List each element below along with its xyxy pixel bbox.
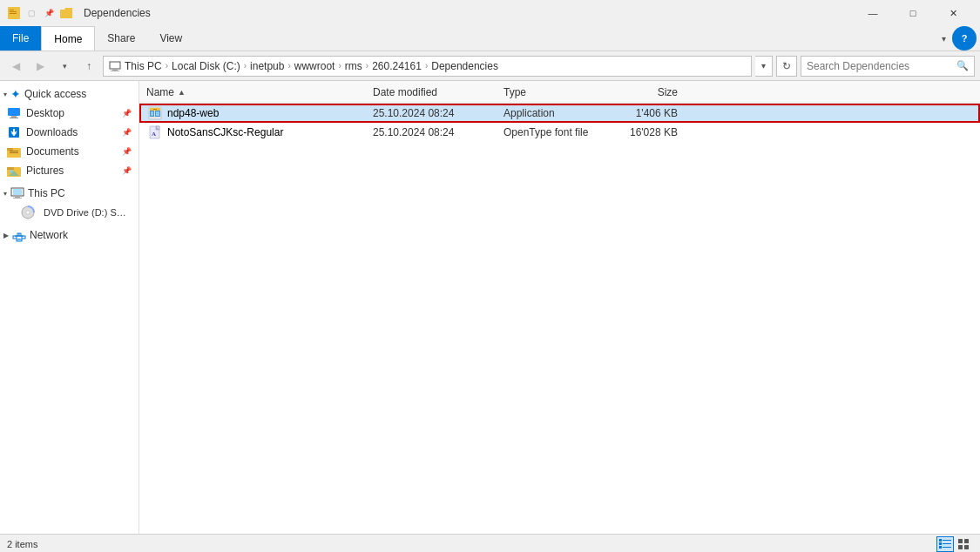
up-button[interactable]: ↑ [78, 56, 99, 77]
dvd-icon [21, 205, 35, 219]
svg-rect-16 [10, 151, 18, 151]
svg-point-27 [26, 211, 30, 214]
path-rms[interactable]: rms [345, 60, 362, 72]
svg-rect-1 [10, 10, 14, 10]
search-icon[interactable]: 🔍 [956, 60, 969, 71]
svg-rect-48 [939, 542, 942, 545]
svg-rect-53 [958, 539, 963, 543]
svg-rect-54 [964, 539, 969, 543]
file-row-ndp48[interactable]: ndp48-web 25.10.2024 08:24 Application 1… [139, 104, 980, 123]
column-headers: Name ▲ Date modified Type Size [139, 81, 980, 104]
address-path: This PC › Local Disk (C:) › inetpub › ww… [103, 56, 752, 77]
svg-rect-23 [13, 189, 22, 195]
path-inetpub[interactable]: inetpub [250, 60, 284, 72]
view-controls [936, 536, 973, 552]
col-size-header[interactable]: Size [608, 86, 678, 98]
svg-rect-17 [10, 152, 18, 153]
svg-rect-51 [943, 543, 951, 544]
documents-pin-icon: 📌 [122, 147, 132, 156]
ribbon-tabs: File Home Share View ▾ ? [0, 26, 980, 50]
this-pc-icon [10, 186, 24, 200]
pictures-pin-icon: 📌 [122, 166, 132, 175]
large-icons-view-button[interactable] [956, 536, 973, 552]
svg-rect-25 [13, 198, 22, 199]
close-button[interactable]: ✕ [933, 0, 973, 26]
file-list: ndp48-web 25.10.2024 08:24 Application 1… [139, 104, 980, 534]
dvd-label: DVD Drive (D:) SSS_X6 [44, 207, 132, 218]
path-local-disk[interactable]: Local Disk (C:) [172, 60, 240, 72]
path-wwwroot[interactable]: wwwroot [294, 60, 335, 72]
pin-icon: 📌 [42, 6, 56, 20]
sidebar: ▾ ✦ Quick access Desktop 📌 [0, 81, 139, 534]
path-dependencies[interactable]: Dependencies [431, 60, 498, 72]
network-label: Network [30, 229, 68, 241]
minimize-button[interactable]: — [853, 0, 893, 26]
sidebar-item-downloads[interactable]: Downloads 📌 [0, 123, 139, 142]
quick-access-arrow: ▾ [3, 91, 7, 98]
tab-view[interactable]: View [147, 26, 194, 50]
path-arrow-4: › [338, 61, 341, 71]
ribbon: File Home Share View ▾ ? [0, 26, 980, 51]
path-arrow-3: › [287, 61, 290, 71]
network-header[interactable]: ▶ Network [0, 226, 139, 245]
font-file-icon: A [146, 124, 164, 141]
tab-file[interactable]: File [0, 26, 41, 50]
ribbon-collapse-btn[interactable]: ▾ [935, 26, 952, 50]
search-input[interactable] [807, 60, 956, 72]
window-title: Dependencies [84, 7, 151, 19]
path-arrow-5: › [366, 61, 368, 71]
maximize-button[interactable]: □ [893, 0, 933, 26]
sidebar-item-dvd[interactable]: DVD Drive (D:) SSS_X6 [0, 203, 139, 222]
help-button[interactable]: ? [952, 26, 977, 50]
svg-rect-50 [943, 540, 951, 541]
dropdown-nav-button[interactable]: ▾ [54, 56, 75, 77]
col-type-header[interactable]: Type [504, 86, 608, 98]
network-arrow: ▶ [3, 232, 9, 239]
path-this-pc[interactable]: This PC [125, 60, 162, 72]
quick-access-star-icon: ✦ [10, 87, 21, 101]
folder-icon [59, 6, 73, 20]
content-area: Name ▲ Date modified Type Size [139, 81, 980, 534]
path-arrow-2: › [244, 61, 247, 71]
svg-rect-6 [111, 71, 119, 71]
sidebar-item-pictures[interactable]: Pictures 📌 [0, 161, 139, 180]
forward-button[interactable]: ▶ [30, 56, 51, 77]
window-controls: — □ ✕ [853, 0, 973, 26]
file-date-ndp48: 25.10.2024 08:24 [373, 107, 504, 119]
sidebar-item-desktop[interactable]: Desktop 📌 [0, 104, 139, 123]
this-pc-label: This PC [28, 187, 65, 199]
pictures-label: Pictures [26, 165, 64, 177]
svg-rect-40 [156, 111, 159, 116]
svg-text:A: A [152, 131, 156, 138]
file-type-noto: OpenType font file [504, 126, 608, 138]
tab-share[interactable]: Share [95, 26, 147, 50]
sort-arrow-name: ▲ [178, 88, 186, 97]
svg-rect-47 [939, 539, 942, 542]
network-icon [12, 228, 26, 242]
app-file-icon [146, 104, 164, 122]
svg-rect-24 [15, 196, 20, 198]
sidebar-item-documents[interactable]: Documents 📌 [0, 142, 139, 161]
col-name-header[interactable]: Name ▲ [146, 86, 373, 98]
svg-rect-9 [10, 118, 18, 118]
col-date-header[interactable]: Date modified [373, 86, 504, 98]
address-dropdown[interactable]: ▾ [755, 56, 773, 77]
desktop-label: Desktop [26, 107, 64, 119]
this-pc-header[interactable]: ▾ This PC [0, 184, 139, 203]
back-button[interactable]: ◀ [5, 56, 26, 77]
file-date-noto: 25.10.2024 08:24 [373, 126, 504, 138]
path-version[interactable]: 260.24161 [372, 60, 422, 72]
svg-rect-7 [8, 108, 20, 116]
file-row-noto[interactable]: A NotoSansCJKsc-Regular 25.10.2024 08:24… [139, 123, 980, 142]
tab-home[interactable]: Home [41, 26, 95, 50]
downloads-label: Downloads [26, 126, 78, 138]
file-size-ndp48: 1'406 KB [608, 107, 678, 119]
quick-access-header[interactable]: ▾ ✦ Quick access [0, 84, 139, 104]
details-view-button[interactable] [936, 536, 954, 552]
file-name-ndp48: ndp48-web [167, 107, 373, 119]
title-bar: ▢ 📌 Dependencies — □ ✕ [0, 0, 980, 26]
file-size-noto: 16'028 KB [608, 126, 678, 138]
svg-rect-42 [153, 109, 157, 110]
search-box: 🔍 [801, 56, 975, 77]
refresh-button[interactable]: ↻ [776, 56, 797, 77]
